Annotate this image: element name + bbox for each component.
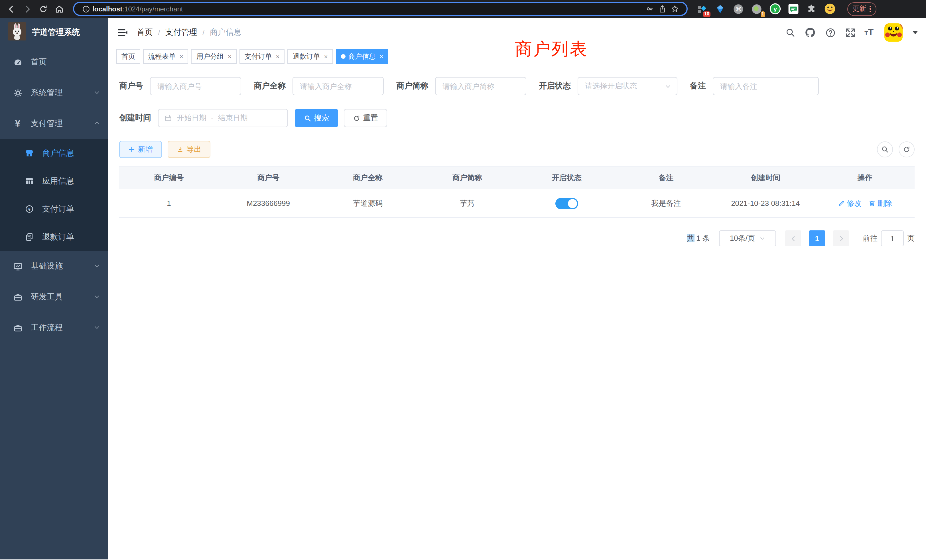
page-1-button[interactable]: 1 [809,230,825,246]
update-label: 更新 [852,4,866,14]
search-button[interactable]: 搜索 [295,109,338,127]
svg-text:¥: ¥ [28,207,30,212]
menu-label: 退款订单 [42,232,74,242]
breadcrumb-home[interactable]: 首页 [137,27,153,38]
sidebar-item-merchant-info[interactable]: 商户信息 [0,139,108,167]
dashboard-icon [12,57,23,67]
bookmark-star-icon[interactable] [668,3,681,15]
font-size-icon[interactable]: TT [864,28,873,37]
short-name-label: 商户简称 [396,81,428,91]
remark-input[interactable] [713,77,819,95]
extensions-puzzle-icon[interactable] [805,3,818,15]
chevron-left-icon [790,235,796,242]
sidebar-item-workflow[interactable]: 工作流程 [0,312,108,343]
browser-home-button[interactable] [51,1,67,17]
extension-y-icon[interactable]: y [769,3,781,15]
page-size-value: 10条/页 [730,233,755,244]
extension-gem-icon[interactable] [714,3,726,15]
extension-chat-icon[interactable] [787,3,799,15]
close-icon[interactable]: × [228,53,232,60]
show-search-toggle-button[interactable] [877,141,893,157]
tab-merchant-info[interactable]: 商户信息× [336,49,389,64]
page-size-select[interactable]: 10条/页 [719,230,776,246]
extension-command-icon[interactable]: ⌘ [732,3,745,15]
sidebar-item-payment[interactable]: ¥ 支付管理 [0,108,108,139]
close-icon[interactable]: × [180,53,183,60]
add-button[interactable]: 新增 [119,141,162,158]
extension-recorder-icon[interactable]: 1 [750,3,763,15]
tab-refund-order[interactable]: 退款订单× [287,49,333,64]
browser-forward-button[interactable] [20,1,35,17]
merchant-no-input[interactable] [150,77,241,95]
tab-process-form[interactable]: 流程表单× [143,49,188,64]
github-icon[interactable] [805,27,816,38]
extension-tabs-icon[interactable]: 10 [696,3,708,15]
user-avatar[interactable] [884,23,903,42]
prev-page-button[interactable] [785,230,801,246]
breadcrumb-payment[interactable]: 支付管理 [165,27,197,38]
tab-pay-order[interactable]: 支付订单× [239,49,285,64]
full-name-input[interactable] [292,77,384,95]
fullscreen-icon[interactable] [844,27,856,38]
sidebar-item-home[interactable]: 首页 [0,47,108,77]
logo-rabbit-avatar [8,22,26,43]
avatar-caret-icon[interactable] [912,31,918,34]
browser-toolbar: localhost:1024/pay/merchant 10 ⌘ [0,0,926,18]
sidebar-logo[interactable]: 芋道管理系统 [0,18,108,47]
create-time-range-picker[interactable]: 开始日期 - 结束日期 [158,109,288,127]
url-bar[interactable]: localhost:1024/pay/merchant [73,2,688,16]
header-search-icon[interactable] [785,27,796,38]
close-icon[interactable]: × [324,53,328,60]
next-page-button[interactable] [833,230,849,246]
cell-merchant-no: M233666999 [219,199,318,207]
reset-button[interactable]: 重置 [344,109,387,127]
close-icon[interactable]: × [276,53,280,60]
sidebar-item-system[interactable]: 系统管理 [0,77,108,108]
browser-back-button[interactable] [3,1,20,17]
documents-icon [24,232,34,242]
sidebar-item-refund-order[interactable]: 退款订单 [0,223,108,251]
password-key-icon[interactable] [643,3,656,15]
col-full-name: 商户全称 [318,173,418,183]
col-status: 开启状态 [517,173,616,183]
chevron-down-icon [94,292,100,302]
export-button[interactable]: 导出 [168,141,210,158]
tab-home[interactable]: 首页 [117,49,140,64]
table-row: 1 M233666999 芋道源码 芋艿 我是备注 2021-10-23 08:… [119,189,915,218]
site-info-icon[interactable] [80,3,92,15]
sidebar-collapse-icon[interactable] [117,26,129,39]
tab-label: 流程表单 [148,51,176,61]
table-header-row: 商户编号 商户号 商户全称 商户简称 开启状态 备注 创建时间 操作 [119,166,915,189]
browser-reload-button[interactable] [35,1,51,17]
goto-page-input[interactable] [881,230,904,246]
goto-label: 前往 [863,233,878,244]
short-name-input[interactable] [435,77,526,95]
browser-update-button[interactable]: 更新 [847,2,876,16]
end-date-placeholder: 结束日期 [218,113,248,123]
monitor-icon [12,261,23,271]
share-icon[interactable] [656,3,668,15]
delete-link[interactable]: 删除 [869,198,892,209]
chevron-down-icon [665,83,671,89]
close-icon[interactable]: × [380,53,383,60]
refresh-table-button[interactable] [899,141,915,157]
search-icon [304,114,311,122]
sidebar-item-app-info[interactable]: 应用信息 [0,167,108,195]
tab-user-group[interactable]: 用户分组× [191,49,237,64]
sidebar-item-infrastructure[interactable]: 基础设施 [0,251,108,282]
cell-merchant-id: 1 [119,199,219,207]
help-icon[interactable] [825,27,836,38]
tab-label: 商户信息 [348,51,376,61]
browser-menu-icon[interactable] [870,6,871,12]
status-select[interactable]: 请选择开启状态 [578,77,677,95]
tab-label: 首页 [121,51,135,61]
menu-label: 首页 [31,57,100,67]
sidebar-item-pay-order[interactable]: ¥ 支付订单 [0,195,108,223]
create-time-label: 创建时间 [119,113,151,123]
url-host: localhost [92,5,122,13]
profile-emoji-avatar[interactable] [823,3,836,15]
edit-link[interactable]: 修改 [838,198,862,209]
status-toggle[interactable] [555,198,578,209]
sidebar-item-dev-tools[interactable]: 研发工具 [0,282,108,312]
chevron-down-icon [94,262,100,271]
